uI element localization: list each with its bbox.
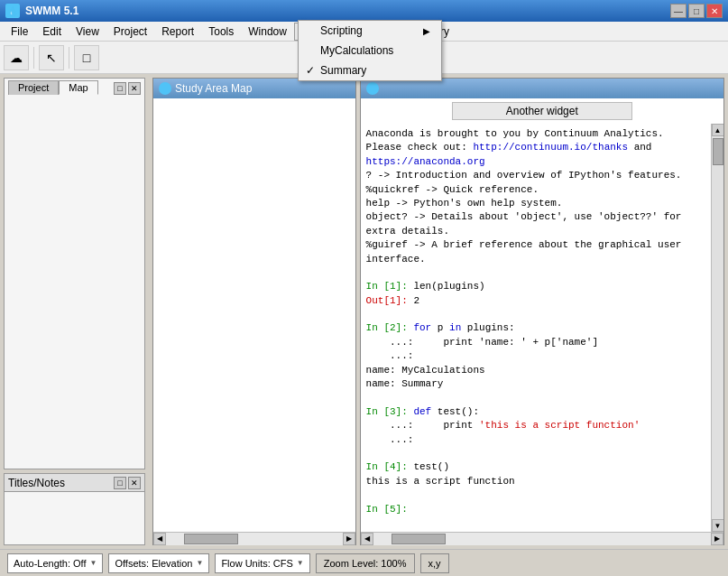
offsets-dropdown[interactable]: Offsets: Elevation xyxy=(108,553,209,573)
scroll-right-btn[interactable]: ▶ xyxy=(343,533,355,545)
auto-length-dropdown[interactable]: Auto-Length: Off xyxy=(7,553,103,573)
menu-tools[interactable]: Tools xyxy=(201,23,241,40)
menu-report[interactable]: Report xyxy=(154,23,201,40)
panel-tabs: Project Map xyxy=(8,80,98,95)
panel-restore-btn[interactable]: □ xyxy=(114,82,126,95)
code-line: Please check out: http://continuum.io/th… xyxy=(366,141,705,169)
code-line: %quickref -> Quick reference. xyxy=(366,183,705,197)
code-line: ? -> Introduction and overview of IPytho… xyxy=(366,169,705,182)
title-bar: 💧 SWMM 5.1 — □ ✕ xyxy=(0,0,728,22)
titles-notes-label: Titles/Notes xyxy=(8,477,65,489)
tool-arrow[interactable]: ↖ xyxy=(39,45,64,70)
titles-notes-panel: Titles/Notes □ ✕ xyxy=(4,473,145,545)
v-scroll-thumb[interactable] xyxy=(713,138,723,165)
code-output: name: Summary xyxy=(366,377,705,391)
title-bar-left: 💧 SWMM 5.1 xyxy=(5,4,78,18)
menu-project[interactable]: Project xyxy=(106,23,154,40)
window-controls: — □ ✕ xyxy=(670,4,723,18)
code-line-cont: ...: xyxy=(366,433,705,447)
offsets-label: Offsets: Elevation xyxy=(115,558,192,569)
xy-label: x,y xyxy=(420,553,449,573)
code-h-track[interactable] xyxy=(373,533,711,545)
close-button[interactable]: ✕ xyxy=(706,4,723,18)
code-scroll-left[interactable]: ◀ xyxy=(361,533,373,545)
titles-notes-controls: □ ✕ xyxy=(114,477,141,489)
auto-length-label: Auto-Length: Off xyxy=(14,558,87,569)
dropdown-mycalculations[interactable]: MyCalculations xyxy=(299,41,441,60)
code-scroll-right[interactable]: ▶ xyxy=(711,533,723,545)
app-title: SWMM 5.1 xyxy=(25,5,78,17)
widget-icon xyxy=(366,82,379,95)
v-scrollbar[interactable]: ▲ ▼ xyxy=(711,124,723,532)
titles-notes-header: Titles/Notes □ ✕ xyxy=(5,474,144,492)
app-icon: 💧 xyxy=(5,4,20,18)
scroll-left-btn[interactable]: ◀ xyxy=(153,533,166,545)
menu-edit[interactable]: Edit xyxy=(35,23,69,40)
status-bar: Auto-Length: Off Offsets: Elevation Flow… xyxy=(0,549,728,576)
flow-units-dropdown[interactable]: Flow Units: CFS xyxy=(215,553,309,573)
project-map-panel: Project Map □ ✕ xyxy=(4,78,145,469)
panel-controls: □ ✕ xyxy=(114,82,141,95)
titles-close-btn[interactable]: ✕ xyxy=(128,477,141,489)
code-output: this is a script function xyxy=(366,475,705,488)
map-icon xyxy=(159,82,171,95)
zoom-label: Zoom Level: 100% xyxy=(316,553,415,573)
code-line-in: In [1]: len(plugins) xyxy=(366,280,705,293)
code-line-in: In [5]: xyxy=(366,503,705,516)
code-line: %guiref -> A brief reference about the g… xyxy=(366,238,705,266)
h-scroll-track[interactable] xyxy=(166,533,343,545)
scroll-down-btn[interactable]: ▼ xyxy=(712,519,724,532)
scroll-up-btn[interactable]: ▲ xyxy=(712,124,724,136)
panel-close-btn[interactable]: ✕ xyxy=(128,82,141,95)
menu-view[interactable]: View xyxy=(69,23,106,40)
code-line-cont: ...: print 'name: ' + p['name'] xyxy=(366,336,705,349)
right-panel: Study Area Map ◀ ▶ xyxy=(149,74,728,549)
maximize-button[interactable]: □ xyxy=(688,4,705,18)
code-h-scrollbar[interactable]: ◀ ▶ xyxy=(361,532,723,544)
titles-restore-btn[interactable]: □ xyxy=(114,477,126,489)
h-scroll-thumb[interactable] xyxy=(184,534,238,544)
tool-box[interactable]: □ xyxy=(74,45,99,70)
tab-project[interactable]: Project xyxy=(8,80,59,95)
menu-file[interactable]: File xyxy=(4,23,35,40)
code-line-in: In [3]: def test(): xyxy=(366,405,705,419)
minimize-button[interactable]: — xyxy=(670,4,687,18)
menu-window[interactable]: Window xyxy=(241,23,294,40)
code-h-thumb[interactable] xyxy=(392,534,446,544)
code-line-in: In [2]: for p in plugins: xyxy=(366,321,705,335)
code-line-in: In [4]: test() xyxy=(366,460,705,474)
code-line: object? -> Details about 'object', use '… xyxy=(366,210,705,238)
widget-header-bar xyxy=(361,79,723,98)
project-map-content xyxy=(5,95,144,469)
map-title-bar: Study Area Map xyxy=(153,79,355,98)
toolbar-separator-2 xyxy=(69,47,69,69)
tool-cloud[interactable]: ☁ xyxy=(4,45,29,70)
code-line-out: Out[1]: 2 xyxy=(366,294,705,308)
code-line-cont: ...: xyxy=(366,349,705,363)
left-panel: Project Map □ ✕ Titles/Notes □ ✕ xyxy=(0,74,149,549)
widget-title: Another widget xyxy=(452,102,632,120)
dropdown-summary[interactable]: Summary xyxy=(299,60,441,80)
main-area: Project Map □ ✕ Titles/Notes □ ✕ xyxy=(0,74,728,549)
toolbar-separator xyxy=(33,47,34,69)
code-content: Anaconda is brought to you by Continuum … xyxy=(361,124,711,532)
code-line: help -> Python's own help system. xyxy=(366,197,705,210)
map-title: Study Area Map xyxy=(175,82,252,95)
dropdown-scripting[interactable]: Scripting xyxy=(299,21,441,41)
tab-map[interactable]: Map xyxy=(59,80,97,95)
h-scrollbar[interactable]: ◀ ▶ xyxy=(153,532,355,544)
code-line: Anaconda is brought to you by Continuum … xyxy=(366,127,705,141)
plugins-dropdown: Scripting MyCalculations Summary xyxy=(298,20,442,81)
code-output: name: MyCalculations xyxy=(366,364,705,377)
code-line-cont: ...: print 'this is a script function' xyxy=(366,419,705,432)
code-scroll-area: Anaconda is brought to you by Continuum … xyxy=(361,124,723,532)
map-content xyxy=(153,98,355,532)
flow-units-label: Flow Units: CFS xyxy=(221,558,292,569)
